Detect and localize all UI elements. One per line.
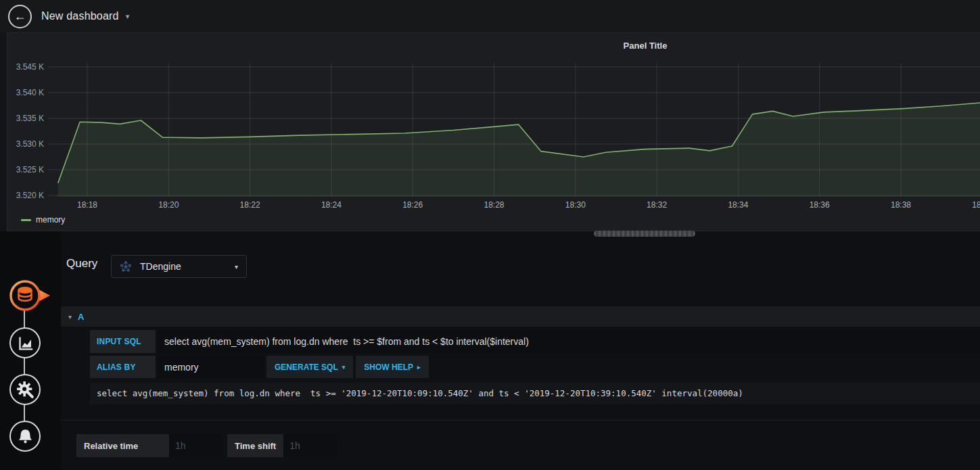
x-axis-tick-label: 18:32 bbox=[647, 200, 667, 210]
panel-resize-handle[interactable] bbox=[594, 231, 695, 237]
chart-icon bbox=[11, 329, 39, 357]
x-axis-tick-label: 18:40 bbox=[972, 200, 980, 210]
datasource-picker[interactable]: TDengine ▾ bbox=[111, 255, 247, 278]
x-axis-tick-label: 18:36 bbox=[810, 200, 830, 210]
legend-label: memory bbox=[36, 215, 65, 225]
dashboard-title-caret-icon[interactable]: ▾ bbox=[126, 12, 130, 21]
dashboard-canvas: 3.545 K3.540 K3.535 K3.530 K3.525 K3.520… bbox=[0, 32, 980, 231]
y-axis-tick-label: 3.530 K bbox=[16, 139, 44, 149]
relative-time-input[interactable] bbox=[169, 434, 222, 457]
y-axis-tick-label: 3.520 K bbox=[16, 191, 44, 200]
relative-time-label: Relative time bbox=[76, 434, 169, 457]
dashboard-title[interactable]: New dashboard bbox=[41, 10, 119, 22]
input-sql-row: INPUT SQL bbox=[90, 330, 980, 353]
y-axis-tick-label: 3.525 K bbox=[16, 165, 44, 174]
y-axis-tick-label: 3.535 K bbox=[16, 114, 44, 123]
query-ref-row[interactable]: ▾ A bbox=[61, 306, 980, 327]
generated-sql-preview: select avg(mem_system) from log.dn where… bbox=[90, 382, 980, 404]
x-axis-tick-label: 18:28 bbox=[484, 200, 504, 210]
x-axis-tick-label: 18:26 bbox=[402, 200, 423, 210]
generate-sql-caret-icon: ▾ bbox=[342, 364, 346, 371]
x-axis-tick-label: 18:30 bbox=[565, 200, 586, 210]
alias-by-row: ALIAS BY GENERATE SQL ▾ SHOW HELP ▸ bbox=[90, 356, 429, 378]
x-axis-tick-label: 18:20 bbox=[158, 200, 179, 210]
input-sql-field[interactable] bbox=[158, 330, 980, 353]
input-sql-label: INPUT SQL bbox=[90, 330, 156, 353]
query-section-label: Query bbox=[66, 257, 97, 271]
edit-tab-strip bbox=[0, 231, 61, 470]
tab-visualization[interactable] bbox=[9, 327, 41, 358]
back-button[interactable]: ← bbox=[8, 5, 32, 28]
show-help-caret-icon: ▸ bbox=[417, 364, 421, 371]
time-shift-input[interactable] bbox=[283, 434, 337, 457]
options-divider bbox=[61, 420, 980, 421]
x-axis-tick-label: 18:38 bbox=[891, 200, 911, 210]
legend-item-memory[interactable]: memory bbox=[21, 215, 65, 225]
tab-connector-line bbox=[24, 296, 25, 436]
query-options-row: Relative time Time shift bbox=[76, 434, 337, 457]
query-editor: Query TDengine ▾ ▾ A INPUT SQL ALIAS BY bbox=[61, 245, 980, 470]
edit-section: Query TDengine ▾ ▾ A INPUT SQL ALIAS BY bbox=[0, 231, 980, 470]
time-shift-label: Time shift bbox=[227, 434, 283, 457]
show-help-button[interactable]: SHOW HELP ▸ bbox=[356, 356, 428, 378]
tdengine-logo-icon bbox=[120, 260, 132, 273]
series-area-fill bbox=[58, 102, 980, 197]
x-axis-tick-label: 18:24 bbox=[321, 200, 342, 210]
datasource-caret-icon: ▾ bbox=[235, 263, 238, 271]
x-axis-tick-label: 18:18 bbox=[77, 200, 97, 210]
graph-panel: 3.545 K3.540 K3.535 K3.530 K3.525 K3.520… bbox=[7, 32, 980, 231]
x-axis-tick-label: 18:34 bbox=[728, 200, 748, 210]
generate-sql-button[interactable]: GENERATE SQL ▾ bbox=[266, 356, 353, 378]
panel-title[interactable]: Panel Title bbox=[7, 41, 980, 51]
collapse-caret-icon[interactable]: ▾ bbox=[68, 313, 72, 321]
y-axis-tick-label: 3.545 K bbox=[16, 62, 44, 72]
legend-color-marker bbox=[21, 219, 31, 221]
gear-wrench-icon bbox=[11, 376, 39, 404]
tab-general-settings[interactable] bbox=[9, 374, 41, 405]
x-axis-tick-label: 18:22 bbox=[240, 200, 260, 210]
y-axis-tick-label: 3.540 K bbox=[16, 88, 44, 97]
tab-alert[interactable] bbox=[9, 421, 41, 452]
back-arrow-icon: ← bbox=[14, 9, 26, 24]
alias-by-label: ALIAS BY bbox=[90, 356, 156, 378]
top-navbar: ← New dashboard ▾ bbox=[0, 0, 980, 32]
bell-icon bbox=[11, 423, 39, 450]
alias-by-field[interactable] bbox=[158, 356, 264, 378]
datasource-name: TDengine bbox=[140, 261, 235, 272]
query-ref-letter: A bbox=[78, 312, 84, 322]
time-series-chart[interactable]: 3.545 K3.540 K3.535 K3.530 K3.525 K3.520… bbox=[7, 33, 980, 231]
tab-queries[interactable] bbox=[7, 276, 53, 315]
